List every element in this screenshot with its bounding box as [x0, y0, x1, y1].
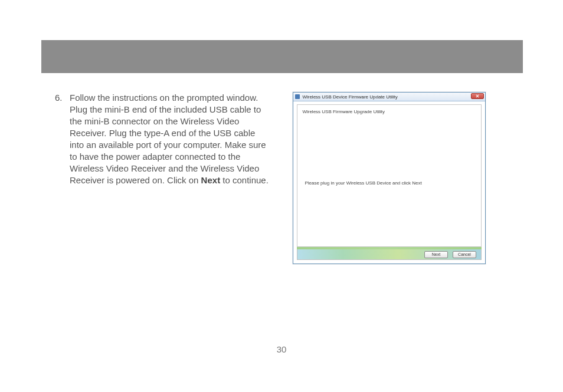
step-text: Follow the instructions on the prompted …: [70, 92, 269, 186]
header-bar: [41, 40, 523, 73]
step-text-before: Follow the instructions on the prompted …: [70, 93, 266, 185]
cancel-button[interactable]: Cancel: [453, 251, 476, 258]
dialog-button-bar: Next Cancel: [297, 249, 482, 260]
dialog-instruction: Please plug in your Wireless USB Device …: [305, 180, 474, 186]
dialog-title: Wireless USB Device Firmware Update Util…: [302, 94, 397, 100]
close-icon[interactable]: [471, 93, 484, 99]
content-row: 6. Follow the instructions on the prompt…: [55, 92, 486, 264]
step-number: 6.: [55, 92, 70, 186]
window-icon: [295, 94, 300, 99]
next-button[interactable]: Next: [424, 251, 448, 258]
page-number: 30: [0, 344, 563, 354]
dialog-body: Wireless USB Firmware Upgrade Utility Pl…: [297, 104, 482, 247]
firmware-update-dialog: Wireless USB Device Firmware Update Util…: [293, 92, 486, 264]
dialog-titlebar: Wireless USB Device Firmware Update Util…: [293, 93, 485, 101]
instruction-block: 6. Follow the instructions on the prompt…: [55, 92, 269, 186]
step-text-bold: Next: [201, 175, 221, 185]
dialog-subtitle: Wireless USB Firmware Upgrade Utility: [302, 109, 476, 114]
step-text-after: to continue.: [220, 175, 269, 185]
